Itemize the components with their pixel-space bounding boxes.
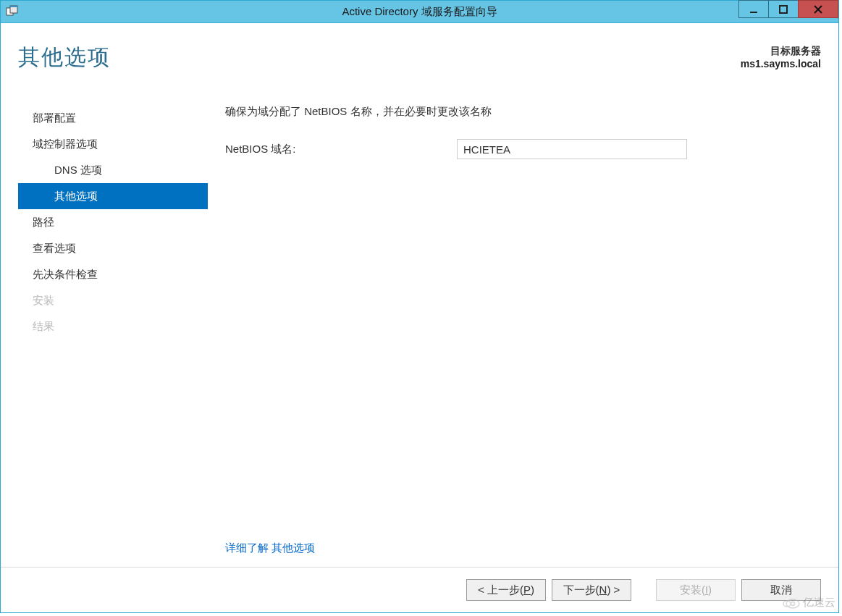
window-controls [739, 0, 838, 18]
app-icon [5, 4, 20, 19]
svg-rect-2 [10, 6, 17, 7]
netbios-row: NetBIOS 域名: [225, 139, 821, 159]
instruction-text: 确保为域分配了 NetBIOS 名称，并在必要时更改该名称 [225, 105, 821, 119]
target-server-block: 目标服务器 ms1.sayms.local [741, 45, 821, 69]
netbios-input[interactable] [457, 139, 687, 159]
target-server-label: 目标服务器 [741, 45, 821, 58]
wizard-sidebar: 部署配置域控制器选项DNS 选项其他选项路径查看选项先决条件检查安装结果 [18, 102, 208, 560]
next-button[interactable]: 下一步(N) > [552, 579, 631, 601]
window-title: Active Directory 域服务配置向导 [1, 5, 838, 19]
sidebar-item-2[interactable]: DNS 选项 [18, 157, 208, 183]
sidebar-item-1[interactable]: 域控制器选项 [18, 131, 208, 157]
netbios-label: NetBIOS 域名: [225, 143, 457, 156]
wizard-footer: < 上一步(P) 下一步(N) > 安装(I) 取消 [1, 567, 838, 612]
sidebar-item-3[interactable]: 其他选项 [18, 183, 208, 209]
titlebar: Active Directory 域服务配置向导 [1, 1, 838, 23]
minimize-button[interactable] [738, 0, 769, 18]
wizard-content: 确保为域分配了 NetBIOS 名称，并在必要时更改该名称 NetBIOS 域名… [208, 102, 821, 560]
install-button: 安装(I) [656, 579, 736, 601]
svg-rect-4 [780, 6, 787, 13]
svg-rect-3 [750, 12, 757, 13]
wizard-upper: 其他选项 目标服务器 ms1.sayms.local 部署配置域控制器选项DNS… [1, 23, 838, 567]
sidebar-item-7: 安装 [18, 287, 208, 313]
learn-more-link[interactable]: 详细了解 其他选项 [225, 541, 315, 554]
wizard-body: 其他选项 目标服务器 ms1.sayms.local 部署配置域控制器选项DNS… [1, 23, 838, 612]
previous-button[interactable]: < 上一步(P) [466, 579, 546, 601]
target-server-host: ms1.sayms.local [741, 58, 821, 69]
sidebar-item-6[interactable]: 先决条件检查 [18, 261, 208, 287]
sidebar-item-4[interactable]: 路径 [18, 209, 208, 235]
maximize-button[interactable] [768, 0, 799, 18]
close-button[interactable] [798, 0, 838, 18]
page-title: 其他选项 [18, 45, 111, 69]
sidebar-item-0[interactable]: 部署配置 [18, 105, 208, 131]
sidebar-item-5[interactable]: 查看选项 [18, 235, 208, 261]
wizard-window: Active Directory 域服务配置向导 其他选项 [0, 0, 839, 613]
cancel-button[interactable]: 取消 [741, 579, 821, 601]
sidebar-item-8: 结果 [18, 313, 208, 339]
learn-more: 详细了解 其他选项 [225, 541, 821, 555]
header-row: 其他选项 目标服务器 ms1.sayms.local [18, 45, 821, 69]
